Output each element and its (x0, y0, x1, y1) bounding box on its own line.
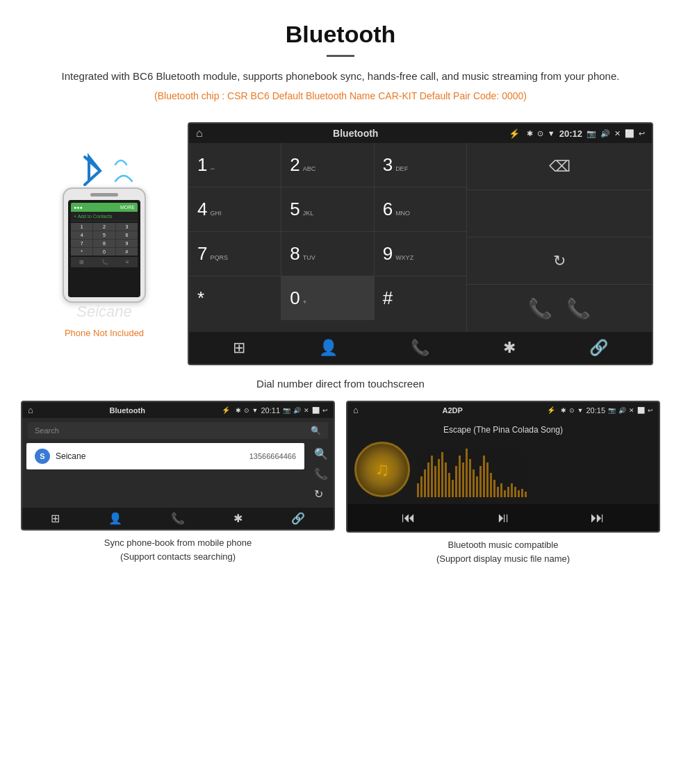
music-close-icon[interactable]: ✕ (629, 407, 634, 414)
phone-key-9[interactable]: 9 (116, 240, 138, 247)
key-5-alpha: JKL (303, 210, 314, 217)
refresh-icon[interactable]: ↻ (553, 252, 566, 270)
camera-icon: 📷 (586, 129, 596, 138)
key-5[interactable]: 5 JKL (281, 187, 374, 231)
page-title: Bluetooth (42, 21, 639, 48)
music-vol-icon: 🔊 (618, 407, 626, 414)
pb-usb-icon: ⚡ (222, 406, 230, 414)
svg-rect-1 (420, 476, 422, 497)
header-description: Integrated with BC6 Bluetooth module, su… (42, 68, 639, 85)
pb-back-icon[interactable]: ↩ (322, 407, 328, 414)
phone-key-1[interactable]: 1 (71, 223, 92, 231)
key-9[interactable]: 9 WXYZ (375, 232, 466, 276)
phone-key-hash[interactable]: # (116, 248, 138, 256)
music-clock: 20:15 (586, 406, 605, 415)
key-1[interactable]: 1 ∽ (189, 143, 281, 187)
phone-bottom-bar: ⊞ 📞 ≡ (71, 257, 138, 267)
key-3[interactable]: 3 DEF (375, 143, 466, 187)
music-cam-icon: 📷 (608, 407, 616, 414)
home-icon[interactable]: ⌂ (196, 127, 203, 140)
dialpad-row-2: 4 GHI 5 JKL 6 MNO (189, 187, 466, 232)
pb-status-bar: ⌂ Bluetooth ⚡ ✱ ⊙ ▼ 20:11 📷 🔊 ✕ ⬜ ↩ (22, 402, 334, 418)
key-7-num: 7 (197, 243, 207, 265)
pb-sync-side-icon[interactable]: ↻ (314, 487, 328, 501)
call-accept-icon[interactable]: 📞 (528, 297, 552, 320)
pb-home-icon[interactable]: ⌂ (28, 405, 33, 415)
key-hash[interactable]: # (375, 276, 466, 320)
pb-call-side-icon[interactable]: 📞 (314, 467, 328, 481)
phonebook-screen-block: ⌂ Bluetooth ⚡ ✱ ⊙ ▼ 20:11 📷 🔊 ✕ ⬜ ↩ Sear… (21, 401, 335, 568)
key-6[interactable]: 6 MNO (375, 187, 466, 231)
next-track-icon[interactable]: ⏭ (591, 510, 605, 526)
music-mini-screen: ⌂ A2DP ⚡ ✱ ⊙ ▼ 20:15 📷 🔊 ✕ ⬜ ↩ Escape (T… (346, 401, 660, 533)
backspace-cell[interactable]: ⌫ (467, 143, 652, 190)
hu-status-icons: ✱ ⊙ ▼ 20:12 📷 🔊 ✕ ⬜ ↩ (527, 128, 645, 139)
pb-caption-line1: Sync phone-book from mobile phone (104, 537, 252, 548)
waveform-svg (417, 442, 528, 497)
bluetooth-icon[interactable]: ✱ (503, 339, 516, 357)
call-end-icon[interactable]: 📞 (566, 297, 591, 320)
pb-vol-icon: 🔊 (293, 407, 301, 414)
pb-phone-icon[interactable]: 📞 (171, 512, 185, 525)
phone-key-3[interactable]: 3 (116, 223, 138, 231)
key-star[interactable]: * (189, 276, 281, 320)
hu-clock: 20:12 (559, 128, 582, 139)
music-main-area: ♫ (354, 442, 652, 497)
pb-link-icon[interactable]: 🔗 (291, 512, 305, 525)
dialpad-row-4: * 0 + # (189, 276, 466, 320)
phone-key-2[interactable]: 2 (93, 223, 115, 231)
pb-close-icon[interactable]: ✕ (304, 407, 309, 414)
pb-contacts-list: S Seicane 13566664466 (22, 443, 309, 505)
phone-menu-icon: ≡ (126, 259, 129, 265)
svg-rect-17 (476, 476, 478, 497)
dialpad-mode-icon[interactable]: ⊞ (233, 339, 245, 357)
hu-status-bar: ⌂ Bluetooth ⚡ ✱ ⊙ ▼ 20:12 📷 🔊 ✕ ⬜ ↩ (189, 124, 652, 143)
phone-key-7[interactable]: 7 (71, 240, 92, 247)
svg-rect-12 (459, 456, 461, 497)
contacts-icon[interactable]: 👤 (319, 339, 338, 357)
music-back-icon[interactable]: ↩ (648, 407, 653, 414)
close-icon[interactable]: ✕ (614, 129, 621, 138)
location-icon: ⊙ (537, 129, 543, 138)
main-caption: Dial number direct from touchscreen (0, 372, 681, 401)
phone-not-included-label: Phone Not Included (65, 328, 144, 338)
pb-search-bar[interactable]: Search 🔍 (28, 422, 328, 439)
volume-icon: 🔊 (600, 129, 610, 138)
phone-key-4[interactable]: 4 (71, 231, 92, 239)
key-0[interactable]: 0 + (281, 276, 374, 320)
phone-key-0[interactable]: 0 (93, 248, 115, 256)
backspace-icon[interactable]: ⌫ (549, 158, 571, 176)
head-unit-screen: ⌂ Bluetooth ⚡ ✱ ⊙ ▼ 20:12 📷 🔊 ✕ ⬜ ↩ (188, 122, 653, 365)
phone-icon[interactable]: 📞 (411, 339, 429, 357)
music-sig-icon: ▼ (577, 407, 584, 414)
key-8[interactable]: 8 TUV (281, 232, 374, 276)
phone-key-8[interactable]: 8 (93, 240, 115, 247)
phone-key-5[interactable]: 5 (93, 231, 115, 239)
link-icon[interactable]: 🔗 (589, 339, 608, 357)
pb-search-side-icon[interactable]: 🔍 (314, 447, 328, 460)
music-screen-block: ⌂ A2DP ⚡ ✱ ⊙ ▼ 20:15 📷 🔊 ✕ ⬜ ↩ Escape (T… (346, 401, 660, 568)
bluetooth-waves (75, 150, 133, 187)
key-2[interactable]: 2 ABC (281, 143, 374, 187)
phone-call-icon[interactable]: 📞 (101, 259, 108, 265)
key-7[interactable]: 7 PQRS (189, 232, 281, 276)
music-home-icon[interactable]: ⌂ (353, 405, 359, 415)
back-icon[interactable]: ↩ (639, 129, 645, 138)
music-win-icon: ⬜ (637, 407, 645, 414)
pb-contact-row[interactable]: S Seicane 13566664466 (26, 443, 304, 469)
play-pause-icon[interactable]: ⏯ (496, 510, 510, 526)
pb-bluetooth-icon[interactable]: ✱ (233, 512, 243, 525)
prev-track-icon[interactable]: ⏮ (402, 510, 416, 526)
key-4[interactable]: 4 GHI (189, 187, 281, 231)
phone-key-6[interactable]: 6 (116, 231, 138, 239)
window-icon: ⬜ (625, 129, 634, 138)
bluetooth-symbol-icon (75, 150, 110, 187)
refresh-cell[interactable]: ↻ (467, 237, 652, 285)
header-divider (327, 55, 354, 57)
usb-icon: ⚡ (509, 128, 520, 139)
phone-key-star[interactable]: * (71, 248, 92, 256)
pb-contacts-active-icon[interactable]: 👤 (108, 512, 122, 525)
pb-dialpad-icon[interactable]: ⊞ (51, 512, 60, 525)
svg-rect-21 (490, 473, 492, 497)
music-bt-icon: ✱ (561, 407, 566, 414)
